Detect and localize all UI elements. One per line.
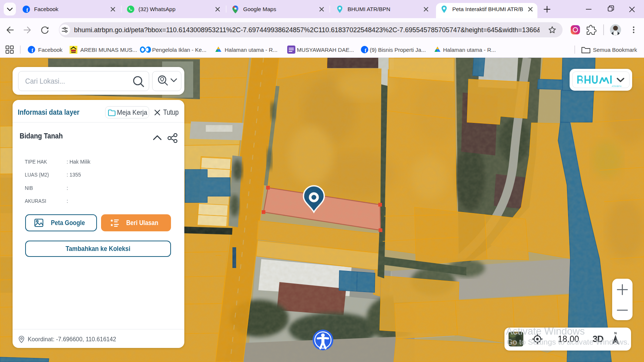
- svg-text:G: G: [36, 220, 38, 222]
- svg-text:N: N: [614, 331, 617, 335]
- svg-text:ATR/BPN: ATR/BPN: [612, 85, 621, 87]
